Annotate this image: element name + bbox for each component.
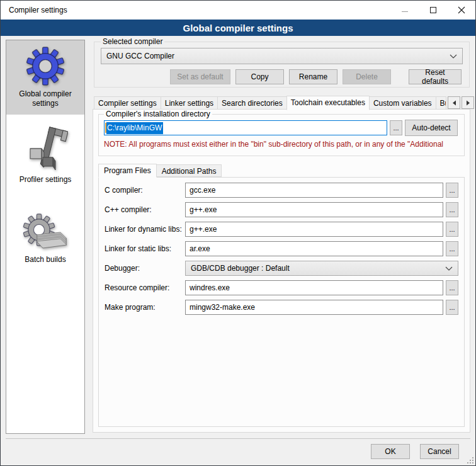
tab-search-directories[interactable]: Search directories — [217, 96, 287, 110]
c-compiler-browse-button[interactable]: ... — [446, 183, 458, 198]
selected-compiler-group: Selected compiler GNU GCC Compiler Set a… — [94, 37, 470, 88]
tab-scroll-right-button[interactable] — [462, 96, 474, 109]
tab-toolchain-executables[interactable]: Toolchain executables — [286, 96, 370, 110]
minimize-icon — [401, 6, 409, 14]
compiler-settings-tabs: Compiler settings Linker settings Search… — [94, 95, 474, 110]
window-title: Compiler settings — [1, 6, 67, 14]
cpp-compiler-browse-button[interactable]: ... — [446, 202, 458, 217]
field-label: Linker for static libs: — [105, 244, 185, 253]
compiler-actions: Set as default Copy Rename Delete Reset … — [101, 69, 463, 84]
chevron-down-icon — [450, 54, 457, 59]
program-files-page: C compiler: ... C++ compiler: ... Linker… — [98, 177, 465, 427]
bin-subdirectory-note: NOTE: All programs must exist either in … — [104, 140, 459, 149]
minimize-button[interactable] — [390, 1, 419, 20]
linker-dynamic-browse-button[interactable]: ... — [446, 222, 458, 237]
program-files-tabs: Program Files Additional Paths — [98, 163, 222, 177]
installation-directory-row: C:\raylib\MinGW ... Auto-detect — [104, 120, 459, 136]
resize-grip[interactable] — [467, 457, 473, 463]
ok-button[interactable]: OK — [371, 444, 410, 459]
c-compiler-input[interactable] — [185, 183, 443, 198]
cancel-button[interactable]: Cancel — [420, 444, 459, 459]
title-bar: Compiler settings — [1, 1, 475, 20]
auto-detect-button[interactable]: Auto-detect — [405, 120, 458, 136]
install-dir-input[interactable]: C:\raylib\MinGW — [104, 120, 387, 135]
cpp-compiler-input[interactable] — [185, 202, 443, 217]
reset-defaults-button[interactable]: Reset defaults — [409, 69, 462, 84]
tab-scroll-left-icon — [452, 100, 456, 106]
form-row-cpp-compiler: C++ compiler: ... — [105, 202, 458, 217]
gear-stack-icon — [21, 213, 69, 251]
delete-button[interactable]: Delete — [343, 69, 391, 84]
debugger-select-value: GDB/CDB debugger : Default — [191, 264, 290, 273]
resource-compiler-input[interactable] — [185, 280, 443, 295]
settings-category-list: Global compiler settings — [6, 40, 85, 434]
tab-program-files[interactable]: Program Files — [98, 164, 157, 178]
form-row-linker-static: Linker for static libs: ... — [105, 241, 458, 256]
sidebar-item-label: Profiler settings — [20, 175, 72, 185]
tab-scroll-right-icon — [466, 100, 470, 106]
form-row-resource-compiler: Resource compiler: ... — [105, 280, 458, 295]
copy-button[interactable]: Copy — [235, 69, 284, 84]
field-label: C compiler: — [105, 186, 185, 195]
rename-button[interactable]: Rename — [289, 69, 337, 84]
maximize-button[interactable] — [419, 1, 447, 20]
field-label: Resource compiler: — [105, 283, 185, 292]
field-label: Linker for dynamic libs: — [105, 225, 185, 234]
tab-linker-settings[interactable]: Linker settings — [161, 96, 218, 110]
sidebar-item-profiler-settings[interactable]: Profiler settings — [6, 120, 84, 191]
make-program-browse-button[interactable]: ... — [446, 300, 458, 315]
tab-additional-paths[interactable]: Additional Paths — [156, 164, 222, 177]
sidebar-item-label: Batch builds — [25, 255, 65, 264]
form-row-debugger: Debugger: GDB/CDB debugger : Default — [105, 261, 458, 276]
compiler-settings-dialog: Compiler settings Global compiler settin… — [0, 0, 476, 466]
linker-static-input[interactable] — [185, 241, 443, 256]
tab-scroll-left-button[interactable] — [448, 96, 460, 109]
make-program-input[interactable] — [185, 300, 443, 315]
close-icon — [458, 6, 465, 14]
linker-static-browse-button[interactable]: ... — [446, 241, 458, 256]
banner-title: Global compiler settings — [183, 23, 293, 33]
compiler-select[interactable]: GNU GCC Compiler — [101, 48, 463, 64]
blue-gear-icon — [26, 47, 65, 86]
maximize-icon — [429, 6, 437, 14]
close-button[interactable] — [447, 1, 475, 20]
tab-scroll-buttons — [446, 96, 474, 109]
field-label: C++ compiler: — [105, 205, 185, 214]
installation-directory-group-label: Compiler's installation directory — [104, 110, 212, 118]
form-row-linker-dynamic: Linker for dynamic libs: ... — [105, 222, 458, 237]
caliper-icon — [23, 126, 68, 171]
sidebar-item-global-compiler-settings[interactable]: Global compiler settings — [6, 40, 84, 115]
field-label: Make program: — [105, 303, 185, 312]
linker-dynamic-input[interactable] — [185, 222, 443, 237]
tab-compiler-settings[interactable]: Compiler settings — [94, 96, 161, 110]
installation-directory-group: Compiler's installation directory C:\ray… — [98, 110, 465, 156]
form-row-make-program: Make program: ... — [105, 300, 458, 315]
form-row-c-compiler: C compiler: ... — [105, 183, 458, 198]
selected-compiler-group-label: Selected compiler — [101, 37, 164, 46]
field-label: Debugger: — [105, 264, 185, 273]
chevron-down-icon — [445, 266, 453, 271]
dialog-banner: Global compiler settings — [1, 20, 475, 36]
install-dir-browse-button[interactable]: ... — [390, 120, 402, 135]
tab-custom-variables[interactable]: Custom variables — [369, 96, 436, 110]
caption-buttons — [390, 1, 475, 20]
set-as-default-button[interactable]: Set as default — [170, 69, 230, 84]
tab-build-options[interactable]: Build options — [436, 96, 446, 110]
compiler-select-value: GNU GCC Compiler — [106, 52, 174, 60]
footer-divider — [6, 438, 470, 439]
dialog-body: Global compiler settings — [1, 36, 475, 465]
sidebar-item-batch-builds[interactable]: Batch builds — [6, 207, 84, 271]
resource-compiler-browse-button[interactable]: ... — [446, 280, 458, 295]
toolchain-executables-page: Compiler's installation directory C:\ray… — [93, 109, 470, 433]
debugger-select[interactable]: GDB/CDB debugger : Default — [185, 261, 458, 276]
sidebar-item-label: Global compiler settings — [8, 89, 83, 108]
install-dir-selected-text: C:\raylib\MinGW — [106, 122, 163, 134]
